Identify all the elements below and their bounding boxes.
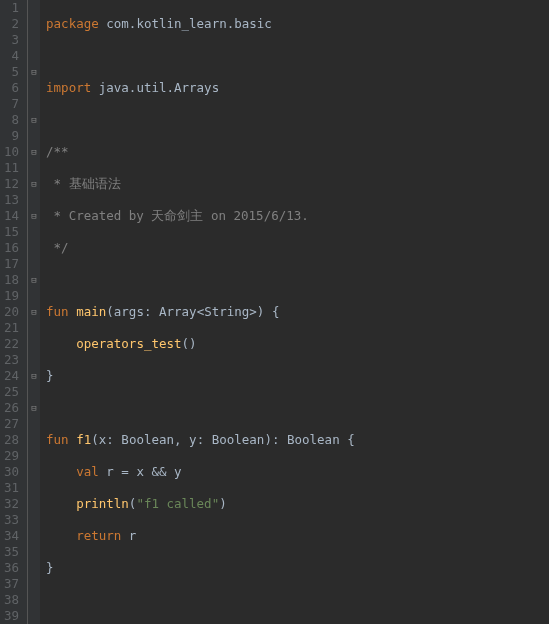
line-number: 12: [4, 176, 19, 192]
line-number: 28: [4, 432, 19, 448]
line-number: 29: [4, 448, 19, 464]
code-line[interactable]: fun f1(x: Boolean, y: Boolean): Boolean …: [46, 432, 549, 448]
line-number: 18: [4, 272, 19, 288]
line-number: 10: [4, 144, 19, 160]
line-number: 23: [4, 352, 19, 368]
fold-handle[interactable]: [28, 64, 40, 80]
line-number: 27: [4, 416, 19, 432]
line-number: 36: [4, 560, 19, 576]
line-number: 38: [4, 592, 19, 608]
line-number: 24: [4, 368, 19, 384]
line-number: 30: [4, 464, 19, 480]
line-number: 31: [4, 480, 19, 496]
code-line[interactable]: * 基础语法: [46, 176, 549, 192]
code-line[interactable]: }: [46, 560, 549, 576]
code-line[interactable]: fun main(args: Array<String>) {: [46, 304, 549, 320]
fold-handle[interactable]: [28, 304, 40, 320]
code-line[interactable]: /**: [46, 144, 549, 160]
code-line[interactable]: package com.kotlin_learn.basic: [46, 16, 549, 32]
fold-handle[interactable]: [28, 144, 40, 160]
line-number: 2: [4, 16, 19, 32]
line-number: 11: [4, 160, 19, 176]
code-line[interactable]: val r = x && y: [46, 464, 549, 480]
line-number: 20: [4, 304, 19, 320]
line-number: 5: [4, 64, 19, 80]
line-number: 33: [4, 512, 19, 528]
line-number: 34: [4, 528, 19, 544]
line-number: 16: [4, 240, 19, 256]
code-line[interactable]: */: [46, 240, 549, 256]
fold-handle[interactable]: [28, 400, 40, 416]
code-line[interactable]: import java.util.Arrays: [46, 80, 549, 96]
line-number: 19: [4, 288, 19, 304]
code-line[interactable]: [46, 592, 549, 608]
line-number: 4: [4, 48, 19, 64]
line-number: 25: [4, 384, 19, 400]
line-number: 21: [4, 320, 19, 336]
code-line[interactable]: * Created by 天命剑主 on 2015/6/13.: [46, 208, 549, 224]
fold-handle[interactable]: [28, 208, 40, 224]
fold-handle[interactable]: [28, 368, 40, 384]
code-line[interactable]: println("f1 called"): [46, 496, 549, 512]
line-number: 37: [4, 576, 19, 592]
line-number-gutter: 1 2 3 4 5 6 7 8 9 10 11 12 13 14 15 16 1…: [0, 0, 28, 624]
line-number: 35: [4, 544, 19, 560]
code-editor[interactable]: package com.kotlin_learn.basic import ja…: [40, 0, 549, 624]
code-line[interactable]: [46, 112, 549, 128]
line-number: 7: [4, 96, 19, 112]
code-line[interactable]: }: [46, 368, 549, 384]
line-number: 3: [4, 32, 19, 48]
code-line[interactable]: [46, 272, 549, 288]
line-number: 14: [4, 208, 19, 224]
fold-handle[interactable]: [28, 176, 40, 192]
line-number: 39: [4, 608, 19, 624]
line-number: 15: [4, 224, 19, 240]
code-line[interactable]: operators_test(): [46, 336, 549, 352]
fold-gutter: [28, 0, 40, 624]
line-number: 22: [4, 336, 19, 352]
line-number: 26: [4, 400, 19, 416]
code-line[interactable]: [46, 400, 549, 416]
fold-handle[interactable]: [28, 272, 40, 288]
fold-handle[interactable]: [28, 112, 40, 128]
line-number: 1: [4, 0, 19, 16]
code-line[interactable]: [46, 48, 549, 64]
code-line[interactable]: return r: [46, 528, 549, 544]
line-number: 9: [4, 128, 19, 144]
line-number: 13: [4, 192, 19, 208]
line-number: 32: [4, 496, 19, 512]
line-number: 17: [4, 256, 19, 272]
line-number: 8: [4, 112, 19, 128]
line-number: 6: [4, 80, 19, 96]
